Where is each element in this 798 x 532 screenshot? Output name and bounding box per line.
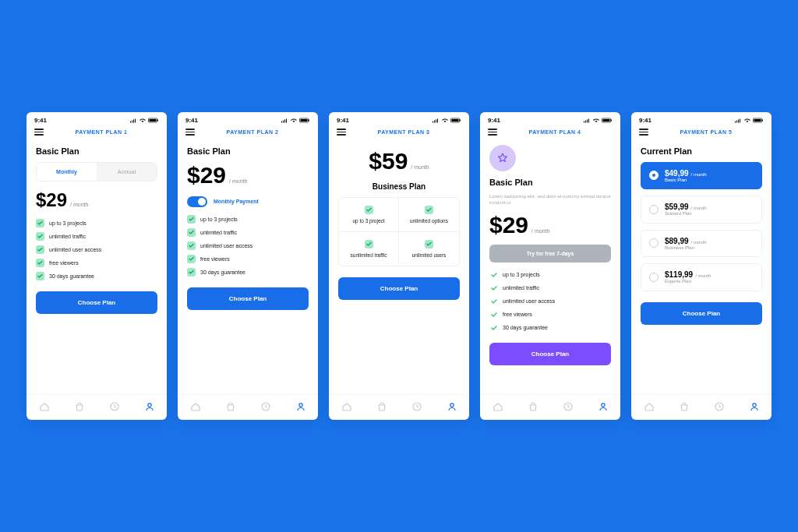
svg-rect-17 <box>611 120 612 122</box>
feature-item: sunlimited traffic <box>339 232 399 266</box>
page-title: PAYMENT PLAN 4 <box>507 129 603 135</box>
price-amount: $29 <box>36 189 67 211</box>
clock-icon[interactable] <box>714 401 725 412</box>
menu-icon[interactable] <box>639 129 648 136</box>
svg-rect-11 <box>452 119 459 122</box>
app-header: PAYMENT PLAN 2 <box>178 125 318 142</box>
feature-item: unlimited traffic <box>36 232 157 241</box>
feature-item: free viewers <box>36 259 157 267</box>
check-icon <box>187 241 196 250</box>
status-time: 9:41 <box>639 117 651 124</box>
plan-option-business[interactable]: $89,99/ month Business Plan <box>641 230 762 258</box>
choose-plan-button[interactable]: Choose Plan <box>338 277 460 300</box>
bag-icon[interactable] <box>74 401 85 412</box>
feature-item: unlimited traffic <box>489 284 611 292</box>
app-header: PAYMENT PLAN 4 <box>480 125 620 142</box>
feature-item: 30 days guarantee <box>489 323 611 332</box>
plan-description: Lorem sadipscing elitr, sed diam et nonu… <box>489 193 611 206</box>
plan-name: Basic Plan <box>36 146 157 156</box>
bag-icon[interactable] <box>376 401 387 412</box>
profile-icon[interactable] <box>598 401 609 412</box>
free-trial-button[interactable]: Try for free 7-days <box>489 245 611 262</box>
status-time: 9:41 <box>34 117 47 124</box>
svg-rect-21 <box>754 119 761 122</box>
home-icon[interactable] <box>341 401 352 412</box>
clock-icon[interactable] <box>260 401 271 412</box>
svg-rect-6 <box>301 119 308 122</box>
home-icon[interactable] <box>644 401 655 412</box>
monthly-payment-toggle[interactable] <box>187 196 207 207</box>
tab-annual[interactable]: Annual <box>97 163 157 181</box>
status-icons <box>432 118 461 123</box>
feature-list: up to 3 projects unlimited traffic unlim… <box>489 270 611 332</box>
menu-icon[interactable] <box>337 129 346 136</box>
menu-icon[interactable] <box>34 129 44 136</box>
price-period: / month <box>411 164 429 170</box>
check-icon <box>489 270 498 279</box>
phone-screen-4: 9:41 PAYMENT PLAN 4 Basic Plan Lorem sad… <box>480 112 620 420</box>
check-icon <box>36 232 44 241</box>
clock-icon[interactable] <box>109 401 120 412</box>
svg-point-24 <box>752 403 755 407</box>
choose-plan-button[interactable]: Choose Plan <box>489 343 611 365</box>
bag-icon[interactable] <box>225 401 236 412</box>
feature-item: up to 3 projects <box>36 219 157 227</box>
choose-plan-button[interactable]: Choose Plan <box>36 291 157 314</box>
phone-screen-2: 9:41 PAYMENT PLAN 2 Basic Plan $29 / mon… <box>178 112 318 420</box>
home-icon[interactable] <box>493 401 503 412</box>
profile-icon[interactable] <box>749 401 760 412</box>
phone-screen-3: 9:41 PAYMENT PLAN 3 $59 / month Business… <box>329 112 469 420</box>
status-time: 9:41 <box>337 117 349 124</box>
bag-icon[interactable] <box>528 401 538 412</box>
clock-icon[interactable] <box>563 401 574 412</box>
feature-item: unlimited options <box>399 198 459 232</box>
choose-plan-button[interactable]: Choose Plan <box>187 287 309 310</box>
home-icon[interactable] <box>190 401 201 412</box>
plan-option-standard[interactable]: $59,99/ month Stanard Plan <box>641 196 762 224</box>
star-badge-icon <box>489 145 516 171</box>
profile-icon[interactable] <box>295 401 306 412</box>
price-period: / month <box>70 202 88 207</box>
app-header: PAYMENT PLAN 3 <box>329 125 469 142</box>
check-icon <box>365 206 373 214</box>
status-time: 9:41 <box>185 117 198 124</box>
plan-name: Basic Plan <box>489 178 611 187</box>
svg-point-19 <box>601 403 604 407</box>
svg-rect-12 <box>460 120 461 122</box>
bottom-nav <box>178 394 318 420</box>
bottom-nav <box>631 394 772 420</box>
feature-item: up to 3 projects <box>187 215 309 224</box>
status-icons <box>281 118 310 123</box>
choose-plan-button[interactable]: Choose Plan <box>641 302 762 325</box>
price-amount: $29 <box>489 212 528 238</box>
profile-icon[interactable] <box>144 401 155 412</box>
svg-point-4 <box>147 403 150 407</box>
radio-icon <box>649 273 659 282</box>
check-icon <box>489 284 498 292</box>
page-title: PAYMENT PLAN 3 <box>355 129 452 135</box>
page-title: PAYMENT PLAN 2 <box>204 129 301 135</box>
feature-item: free viewers <box>489 310 611 319</box>
status-icons <box>129 118 159 123</box>
menu-icon[interactable] <box>488 129 497 136</box>
plan-option-experts[interactable]: $119,99/ month Experts Plan <box>641 263 762 291</box>
check-icon <box>187 255 196 263</box>
status-bar: 9:41 <box>26 112 167 125</box>
profile-icon[interactable] <box>447 401 457 412</box>
svg-rect-16 <box>603 119 610 122</box>
plan-option-basic[interactable]: $49,99/ month Basic Plan <box>641 162 762 190</box>
svg-point-9 <box>298 403 302 407</box>
billing-period-toggle[interactable]: Monthly Annual <box>36 162 157 181</box>
check-icon <box>36 259 44 267</box>
page-title: PAYMENT PLAN 5 <box>658 129 754 135</box>
price: $59 / month <box>338 148 460 174</box>
clock-icon[interactable] <box>411 401 422 412</box>
menu-icon[interactable] <box>185 129 195 136</box>
status-time: 9:41 <box>488 117 500 124</box>
home-icon[interactable] <box>39 401 50 412</box>
toggle-label: Monthly Payment <box>214 199 259 204</box>
tab-monthly[interactable]: Monthly <box>37 163 97 181</box>
bag-icon[interactable] <box>679 401 690 412</box>
feature-item: 30 days guarantee <box>36 272 157 280</box>
svg-point-14 <box>450 403 453 407</box>
